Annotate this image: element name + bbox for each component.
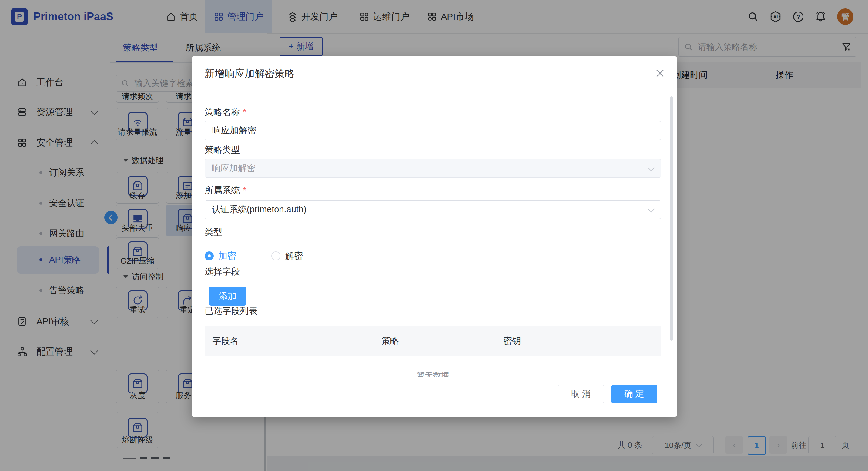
field-label-type: 策略类型: [205, 144, 240, 156]
fields-table-header: 字段名 策略 密钥: [205, 326, 661, 356]
radio-decrypt-label: 解密: [285, 250, 303, 262]
kind-radio-group: 加密 解密: [205, 250, 303, 262]
name-input-wrap: [205, 121, 661, 140]
add-policy-modal: 新增响应加解密策略 策略名称* 策略类型 响应加解密 所属系统* 认证系统(pr…: [192, 56, 677, 417]
confirm-button[interactable]: 确 定: [611, 385, 657, 403]
chevron-down-icon: [648, 165, 655, 171]
confirm-label: 确 定: [624, 388, 644, 400]
add-field-label: 添加: [219, 290, 237, 302]
col-policy: 策略: [381, 326, 399, 356]
field-label-kind: 类型: [205, 226, 222, 238]
select-value: 响应加解密: [212, 162, 255, 174]
owning-system-select[interactable]: 认证系统(primeton.auth): [205, 200, 661, 219]
policy-type-select[interactable]: 响应加解密: [205, 159, 661, 178]
radio-encrypt[interactable]: [205, 251, 214, 261]
radio-decrypt[interactable]: [271, 251, 280, 261]
col-secret: 密钥: [503, 326, 521, 356]
cancel-button[interactable]: 取 消: [558, 385, 604, 403]
select-value: 认证系统(primeton.auth): [212, 204, 307, 216]
modal-title: 新增响应加解密策略: [205, 67, 295, 80]
required-asterisk: *: [243, 107, 246, 117]
selected-fields-label: 已选字段列表: [205, 305, 257, 317]
chevron-down-icon: [648, 206, 655, 213]
app: P Primeton iPaaS 首页 管理门户 开发门户 运维门户 API市场…: [0, 0, 868, 471]
radio-encrypt-label: 加密: [219, 250, 236, 262]
policy-name-input[interactable]: [212, 125, 637, 136]
field-label-system: 所属系统*: [205, 184, 246, 197]
modal-footer-divider: [192, 377, 677, 377]
empty-state: 暂无数据: [205, 369, 661, 377]
field-label-select-field: 选择字段: [205, 266, 240, 278]
col-field-name: 字段名: [212, 326, 239, 356]
close-icon[interactable]: [654, 68, 666, 79]
add-field-button[interactable]: 添加: [209, 287, 246, 306]
field-label-name: 策略名称*: [205, 106, 246, 119]
required-asterisk: *: [243, 186, 246, 195]
modal-scrollbar[interactable]: [670, 96, 673, 341]
cancel-label: 取 消: [571, 388, 591, 400]
